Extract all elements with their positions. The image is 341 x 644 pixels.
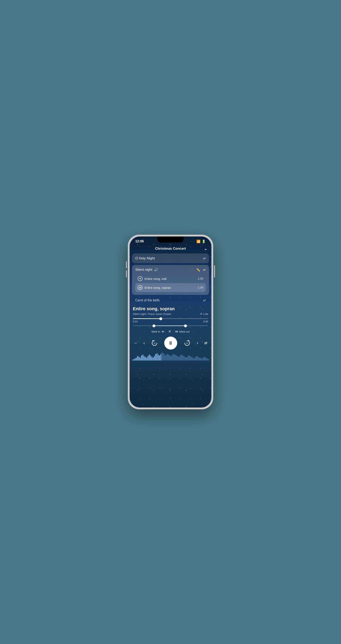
- wave-bar: [204, 357, 205, 360]
- next-button[interactable]: ›: [197, 340, 198, 346]
- mark-in-icon: ⏯: [161, 330, 165, 333]
- repeat-icon-o-holy-night[interactable]: ⇄: [203, 256, 206, 260]
- wave-bar: [132, 360, 133, 360]
- clear-loop-button[interactable]: ✕: [168, 329, 171, 334]
- remaining-time: -0:40: [203, 320, 208, 323]
- loop-start-thumb[interactable]: [152, 324, 155, 327]
- edit-icon[interactable]: ✏️: [196, 268, 200, 272]
- transport-controls: ↔ ‹ 10 ⏸: [133, 336, 208, 352]
- phone-frame: 12:06 ···· 📶 🔋 Christmas Concert ⌄ O Hol…: [128, 235, 213, 409]
- volume-down-button[interactable]: [126, 270, 127, 278]
- current-time: 0:24: [133, 320, 137, 323]
- speed-icon: ↺: [200, 312, 202, 316]
- speed-control[interactable]: ↺ 1.0x: [200, 312, 208, 316]
- wave-bar: [176, 356, 177, 360]
- mark-out-button[interactable]: ⏮ Mark out: [175, 330, 190, 333]
- wave-bar: [158, 355, 159, 360]
- wave-bar: [150, 356, 151, 360]
- loop-slider[interactable]: [133, 326, 208, 326]
- wave-bar: [154, 356, 155, 360]
- repeat-button[interactable]: ⇄: [204, 341, 207, 345]
- wave-bar: [144, 356, 145, 360]
- wave-bar: [145, 357, 146, 360]
- wave-bar: [192, 358, 193, 360]
- wave-bar: [185, 357, 186, 360]
- status-time: 12:06: [135, 239, 144, 243]
- song-item-silent-night[interactable]: Silent night 🔊 🎵 ✏️ ⇄ Ent: [132, 265, 209, 295]
- repeat-transport-icon: ⇄: [204, 341, 207, 345]
- wave-bar: [149, 355, 150, 360]
- song-title-o-holy-night: O Holy Night: [135, 256, 155, 260]
- wave-bar: [136, 358, 137, 360]
- wave-bar: [160, 354, 161, 360]
- wave-bar: [207, 358, 208, 360]
- wave-bar: [195, 357, 196, 360]
- replay-button[interactable]: 10: [151, 340, 158, 347]
- song-item-o-holy-night[interactable]: O Holy Night ⇄: [132, 254, 209, 263]
- play-triangle-icon: [140, 278, 141, 280]
- play-button-tutti[interactable]: [138, 276, 143, 281]
- svg-marker-0: [152, 340, 153, 341]
- pause-button-sopran[interactable]: [138, 285, 143, 290]
- wave-bar: [159, 356, 160, 360]
- wave-bar: [181, 355, 182, 360]
- next-icon: ›: [197, 340, 198, 346]
- loop-end-thumb[interactable]: [184, 324, 187, 327]
- play-pause-button[interactable]: ⏸: [164, 336, 177, 350]
- progress-thumb[interactable]: [159, 317, 162, 320]
- wave-bar: [164, 355, 165, 360]
- pause-icon-sopran: [139, 287, 141, 288]
- svg-marker-2: [188, 340, 190, 341]
- wave-bar: [173, 354, 174, 360]
- speaker-icon: 🔊: [154, 268, 158, 272]
- forward-button[interactable]: 10: [183, 340, 191, 347]
- mark-in-button[interactable]: Mark in ⏯: [151, 330, 165, 333]
- mark-in-label: Mark in: [151, 330, 160, 333]
- pause-icon: ⏸: [168, 340, 173, 346]
- wave-bar: [137, 356, 138, 360]
- loop-fill: [154, 326, 185, 326]
- wave-bar: [199, 358, 200, 360]
- wave-bar: [146, 358, 147, 360]
- wave-bar: [172, 355, 173, 360]
- wave-bar: [162, 352, 163, 360]
- wave-bar: [189, 356, 190, 360]
- power-button[interactable]: [214, 265, 215, 278]
- wave-bar: [200, 358, 201, 360]
- track-item-sopran[interactable]: Entire song, sopran 1:05: [135, 283, 206, 292]
- volume-up-button[interactable]: [126, 261, 127, 268]
- player-section: Entire song, sopran Silent night / Franz…: [130, 304, 211, 352]
- previous-button[interactable]: ‹: [143, 340, 145, 346]
- svg-text:10: 10: [153, 342, 156, 344]
- wave-bar: [155, 354, 156, 360]
- expand-button[interactable]: ↔: [134, 341, 137, 345]
- wave-bar: [138, 357, 139, 360]
- repeat-icon-silent-night[interactable]: ⇄: [203, 268, 206, 272]
- battery-icon: 🔋: [202, 240, 206, 243]
- repeat-icon-carol[interactable]: ⇄: [203, 298, 206, 302]
- mark-out-icon: ⏮: [175, 330, 178, 333]
- wave-bar: [180, 356, 181, 360]
- wave-bar: [167, 354, 168, 360]
- waveform: [130, 352, 211, 360]
- wave-bar: [190, 356, 191, 360]
- track-item-tutti[interactable]: Entire song, tutti 1:05: [135, 274, 206, 283]
- collapse-button[interactable]: ⌄: [204, 246, 207, 251]
- now-playing-subtitle: Silent night / Franz Xaver Gruber: [133, 312, 171, 316]
- wave-bar: [186, 358, 187, 360]
- wave-bar: [133, 359, 134, 360]
- speed-value: 1.0x: [203, 312, 208, 316]
- wave-bar: [187, 356, 188, 360]
- queue-icon[interactable]: 🎵: [189, 268, 193, 272]
- track-label-tutti: Entire song, tutti: [145, 277, 166, 280]
- wave-bar: [151, 357, 152, 360]
- wave-bar: [191, 357, 192, 360]
- wave-bar: [177, 356, 178, 360]
- song-item-carol[interactable]: Carol of the bells ⇄: [132, 296, 209, 304]
- song-list: O Holy Night ⇄ Silent night 🔊 🎵 ✏️ ⇄: [130, 254, 211, 304]
- wave-bar: [198, 357, 199, 360]
- svg-text:10: 10: [186, 342, 188, 344]
- wave-bar: [205, 358, 206, 360]
- progress-bar[interactable]: [133, 318, 208, 319]
- wave-bar: [153, 358, 154, 360]
